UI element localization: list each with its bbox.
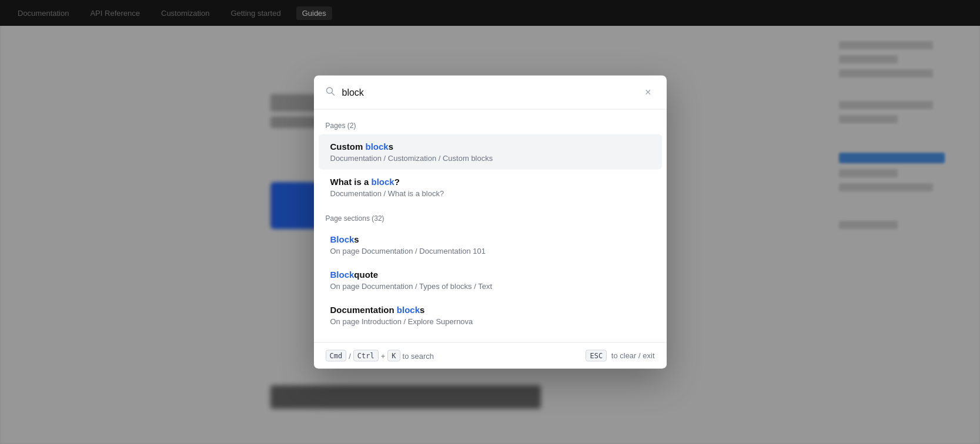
- search-results: Pages (2) Custom blocks Documentation / …: [314, 110, 667, 342]
- result-what-is-block[interactable]: What is a block? Documentation / What is…: [319, 170, 662, 205]
- svg-line-1: [332, 93, 334, 95]
- to-clear-label: to clear / exit: [611, 351, 655, 360]
- k-key: K: [387, 350, 400, 362]
- pages-section-header: Pages (2): [314, 119, 667, 134]
- result-title-custom-blocks: Custom blocks: [330, 142, 650, 152]
- search-icon: [326, 86, 335, 98]
- highlight-block-1: block: [366, 142, 389, 152]
- result-custom-blocks[interactable]: Custom blocks Documentation / Customizat…: [319, 134, 662, 170]
- result-path-what-is-block: Documentation / What is a block?: [330, 189, 650, 198]
- cmd-key: Cmd: [326, 350, 347, 362]
- highlight-block-4: Block: [330, 270, 354, 280]
- result-documentation-blocks[interactable]: Documentation blocks On page Introductio…: [319, 298, 662, 333]
- result-path-blocks: On page Documentation / Documentation 10…: [330, 247, 650, 255]
- search-modal: × Pages (2) Custom blocks Documentation …: [314, 76, 667, 369]
- esc-key: ESC: [586, 350, 607, 362]
- result-blockquote[interactable]: Blockquote On page Documentation / Types…: [319, 263, 662, 298]
- highlight-block-2: block: [372, 177, 394, 187]
- result-path-custom-blocks: Documentation / Customization / Custom b…: [330, 154, 650, 163]
- highlight-block-5: block: [397, 305, 420, 315]
- search-input[interactable]: [342, 87, 634, 97]
- to-search-label: to search: [403, 351, 434, 360]
- section-gap-1: [314, 205, 667, 212]
- footer-clear-hint: ESC to clear / exit: [586, 350, 654, 362]
- modal-footer: Cmd / Ctrl + K to search ESC to clear / …: [314, 342, 667, 369]
- footer-separator: /: [349, 351, 351, 360]
- ctrl-key: Ctrl: [353, 350, 379, 362]
- page-sections-header: Page sections (32): [314, 212, 667, 227]
- result-title-what-is-block: What is a block?: [330, 177, 650, 187]
- clear-button[interactable]: ×: [641, 85, 655, 100]
- result-title-blocks: Blocks: [330, 234, 650, 244]
- result-title-blockquote: Blockquote: [330, 270, 650, 280]
- result-path-documentation-blocks: On page Introduction / Explore Supernova: [330, 317, 650, 326]
- result-title-documentation-blocks: Documentation blocks: [330, 305, 650, 315]
- search-bar: ×: [314, 76, 667, 110]
- highlight-block-3: Block: [330, 234, 354, 244]
- footer-plus: +: [381, 351, 386, 360]
- footer-search-hint: Cmd / Ctrl + K to search: [326, 350, 434, 362]
- result-path-blockquote: On page Documentation / Types of blocks …: [330, 282, 650, 291]
- result-blocks[interactable]: Blocks On page Documentation / Documenta…: [319, 227, 662, 263]
